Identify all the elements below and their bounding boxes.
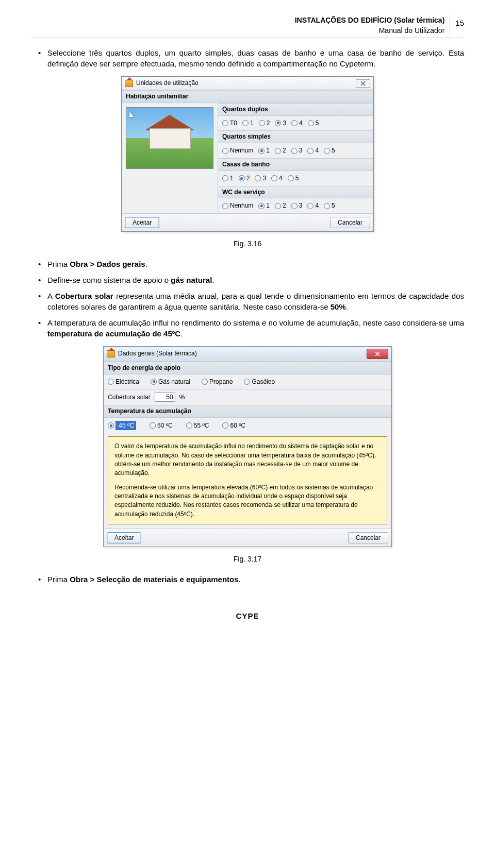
radio-row-energy: Eléctrica Gás natural Propano Gasóleo bbox=[104, 375, 391, 389]
figure-caption-2: Fig. 3.17 bbox=[31, 554, 464, 565]
radio-55c[interactable] bbox=[186, 422, 192, 429]
radio-qd-4[interactable] bbox=[291, 120, 298, 126]
radio-wc-5[interactable] bbox=[324, 203, 330, 209]
dialog-unidades: Unidades de utilização Habitação unifami… bbox=[121, 76, 374, 232]
radio-qs-3[interactable] bbox=[291, 148, 298, 154]
radio-wc-3[interactable] bbox=[291, 203, 298, 209]
accept-button[interactable]: Aceitar bbox=[125, 217, 159, 228]
radio-row-temp: 50 ºC 55 ºC 60 ºC bbox=[104, 418, 391, 433]
bullet-5: A temperatura de acumulação influi no re… bbox=[31, 317, 464, 339]
radio-50c[interactable] bbox=[150, 422, 156, 429]
radio-qs-2[interactable] bbox=[275, 148, 281, 154]
radio-gas-natural[interactable] bbox=[151, 379, 157, 385]
group-casas-banho: Casas de banho bbox=[218, 158, 373, 171]
radio-cb-4[interactable] bbox=[271, 175, 277, 181]
section-energy-type: Tipo de energia de apoio bbox=[104, 362, 391, 375]
radio-60c[interactable] bbox=[222, 422, 228, 429]
cov-unit: % bbox=[179, 393, 185, 402]
bullet-1: Seleccione três quartos duplos, um quart… bbox=[31, 47, 464, 69]
radio-row-wc-servico: Nenhum 1 2 3 4 5 bbox=[218, 198, 373, 213]
radio-qs-5[interactable] bbox=[324, 148, 330, 154]
header-title-1: INSTALAÇÕES DO EDIFÍCIO (Solar térmica) bbox=[295, 15, 445, 26]
radio-45c[interactable] bbox=[108, 422, 114, 429]
header-title-2: Manual do Utilizador bbox=[295, 26, 445, 36]
dialog-dados-gerais: Dados gerais (Solar térmica) Tipo de ene… bbox=[103, 346, 392, 548]
radio-qd-5[interactable] bbox=[308, 120, 314, 126]
temp-45-display[interactable] bbox=[116, 421, 136, 430]
radio-wc-2[interactable] bbox=[275, 203, 281, 209]
cancel-button[interactable]: Cancelar bbox=[348, 532, 388, 543]
radio-cb-2[interactable] bbox=[239, 175, 245, 181]
house-icon bbox=[107, 350, 115, 358]
radio-qd-2[interactable] bbox=[259, 120, 265, 126]
bullet-4: A Cobertura solar representa uma média a… bbox=[31, 291, 464, 312]
figure-caption-1: Fig. 3.16 bbox=[31, 239, 464, 249]
radio-electrica[interactable] bbox=[108, 379, 114, 385]
radio-row-quartos-duplos: T0 1 2 3 4 5 bbox=[218, 116, 373, 131]
footer-brand: CYPE bbox=[31, 590, 464, 621]
cursor-icon bbox=[129, 111, 134, 117]
dialog2-title: Dados gerais (Solar térmica) bbox=[118, 349, 197, 358]
section-temp-acum: Temperatura de acumulação bbox=[104, 405, 391, 418]
radio-t0[interactable] bbox=[222, 120, 228, 126]
radio-qs-4[interactable] bbox=[307, 148, 314, 154]
dialog1-section: Habitação unifamiliar bbox=[122, 90, 373, 103]
radio-qd-1[interactable] bbox=[242, 120, 249, 126]
bullet-2: Prima Obra > Dados gerais. bbox=[31, 259, 464, 269]
radio-qs-nenhum[interactable] bbox=[222, 148, 228, 154]
house-icon bbox=[125, 80, 133, 87]
dialog1-title: Unidades de utilização bbox=[136, 79, 199, 88]
bullet-6: Prima Obra > Selecção de materiais e equ… bbox=[31, 574, 464, 585]
house-image bbox=[126, 107, 213, 169]
info-p2: Recomenda-se utilizar uma temperatura el… bbox=[114, 483, 381, 519]
info-box: O valor da temperatura de acumulação inf… bbox=[108, 436, 387, 524]
radio-qs-1[interactable] bbox=[258, 148, 265, 154]
radio-row-quartos-simples: Nenhum 1 2 3 4 5 bbox=[218, 143, 373, 158]
radio-cb-1[interactable] bbox=[222, 175, 228, 181]
radio-qd-3[interactable] bbox=[275, 120, 281, 126]
radio-wc-nenhum[interactable] bbox=[222, 203, 228, 209]
page-header: INSTALAÇÕES DO EDIFÍCIO (Solar térmica) … bbox=[31, 15, 464, 38]
accept-button[interactable]: Aceitar bbox=[107, 532, 141, 543]
close-icon[interactable] bbox=[356, 79, 370, 88]
radio-cb-3[interactable] bbox=[255, 175, 261, 181]
group-quartos-duplos: Quartos duplos bbox=[218, 103, 373, 116]
info-p1: O valor da temperatura de acumulação inf… bbox=[114, 442, 381, 478]
radio-row-casas-banho: 1 2 3 4 5 bbox=[218, 171, 373, 186]
radio-cb-5[interactable] bbox=[288, 175, 294, 181]
cancel-button[interactable]: Cancelar bbox=[330, 217, 370, 228]
radio-wc-4[interactable] bbox=[307, 203, 314, 209]
radio-wc-1[interactable] bbox=[258, 203, 265, 209]
page-number: 15 bbox=[450, 15, 464, 36]
group-wc-servico: WC de serviço bbox=[218, 186, 373, 199]
radio-propano[interactable] bbox=[202, 379, 208, 385]
close-icon[interactable] bbox=[367, 349, 388, 359]
radio-gasoleo[interactable] bbox=[244, 379, 250, 385]
group-quartos-simples: Quartos simples bbox=[218, 130, 373, 143]
cov-input[interactable] bbox=[155, 393, 175, 402]
cov-label: Cobertura solar bbox=[108, 393, 151, 402]
bullet-3: Define-se como sistema de apoio o gás na… bbox=[31, 275, 464, 285]
